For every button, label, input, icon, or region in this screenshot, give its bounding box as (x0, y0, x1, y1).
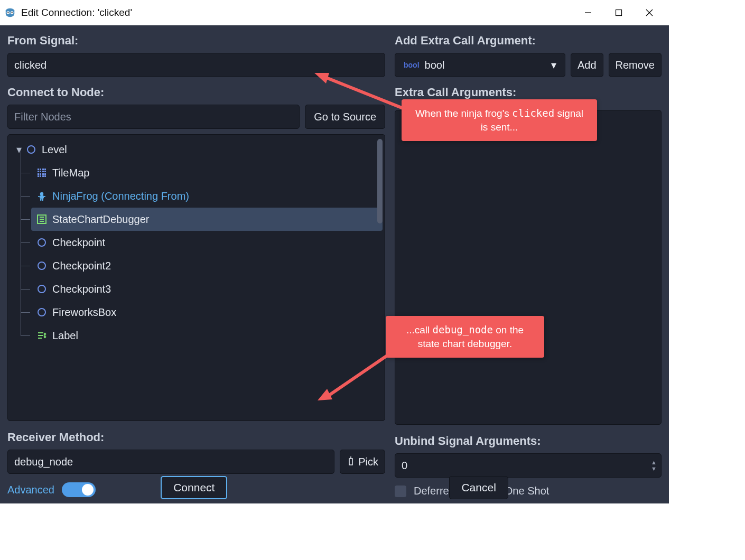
svg-rect-11 (44, 196, 45, 197)
tilemap-icon (35, 166, 48, 179)
tree-item-checkpoint3[interactable]: Checkpoint3 (10, 277, 383, 301)
scrollbar[interactable] (377, 139, 383, 223)
close-button[interactable] (634, 0, 665, 25)
from-signal-field[interactable]: clicked (7, 53, 385, 77)
tree-item-fireworksbox[interactable]: FireworksBox (10, 301, 383, 324)
maximize-button[interactable] (603, 0, 634, 25)
unbind-label: Unbind Signal Arguments: (395, 434, 662, 448)
svg-point-8 (40, 192, 43, 195)
receiver-method-label: Receiver Method: (7, 431, 385, 444)
chevron-down-icon[interactable]: ▾ (14, 143, 24, 156)
svg-rect-13 (42, 199, 44, 201)
tree-item-label: Checkpoint2 (52, 260, 111, 272)
node2d-icon (35, 259, 48, 272)
from-signal-label: From Signal: (7, 34, 385, 48)
tree-item-label: Label (52, 330, 78, 342)
tree-root-label: Level (42, 144, 67, 156)
svg-rect-12 (40, 199, 42, 201)
tree-item-label: StateChartDebugger (52, 213, 149, 226)
tree-item-checkpoint[interactable]: Checkpoint (10, 231, 383, 254)
tree-item-tilemap[interactable]: TileMap (10, 161, 383, 184)
godot-icon (4, 7, 16, 18)
add-extra-arg-label: Add Extra Call Argument: (395, 34, 662, 48)
arg-type-value: bool (425, 59, 445, 71)
tree-item-label: Checkpoint (52, 237, 105, 249)
statechart-icon (35, 213, 48, 226)
add-arg-button[interactable]: Add (571, 53, 603, 77)
node2d-icon (35, 283, 48, 295)
chevron-down-icon: ▾ (551, 59, 556, 71)
remove-arg-button[interactable]: Remove (609, 53, 662, 77)
tree-item-checkpoint2[interactable]: Checkpoint2 (10, 254, 383, 277)
pick-button[interactable]: Pick (340, 450, 385, 474)
node2d-icon (25, 143, 38, 156)
extra-args-label: Extra Call Arguments: (395, 86, 662, 99)
titlebar: Edit Connection: 'clicked' (0, 0, 669, 25)
window-title: Edit Connection: 'clicked' (21, 7, 132, 18)
svg-point-2 (7, 12, 8, 13)
node-tree[interactable]: ▾ Level TileMap (7, 134, 385, 421)
tree-item-label: FireworksBox (52, 306, 116, 319)
label-icon (35, 329, 48, 342)
tree-item-label: TileMap (52, 167, 89, 179)
connect-button[interactable]: Connect (161, 476, 227, 499)
eyedropper-icon (347, 455, 355, 469)
tree-item-label: NinjaFrog (Connecting From) (52, 190, 189, 202)
spinner-arrows-icon[interactable]: ▲▼ (651, 459, 657, 472)
tree-item-label-node[interactable]: Label (10, 324, 383, 347)
filter-placeholder-text: Filter Nodes (14, 111, 71, 123)
character-icon (35, 190, 48, 202)
filter-nodes-input[interactable]: Filter Nodes (7, 105, 300, 129)
extra-args-list[interactable] (395, 110, 662, 425)
goto-source-button[interactable]: Go to Source (305, 105, 385, 129)
node2d-icon (35, 306, 48, 319)
svg-rect-5 (616, 10, 622, 15)
tree-item-ninjafrog[interactable]: NinjaFrog (Connecting From) (10, 184, 383, 208)
connect-to-node-label: Connect to Node: (7, 86, 385, 99)
tree-root[interactable]: ▾ Level (10, 138, 383, 161)
tree-item-label: Checkpoint3 (52, 283, 111, 295)
cancel-button[interactable]: Cancel (449, 476, 508, 499)
arg-type-select[interactable]: bool bool ▾ (395, 53, 565, 77)
svg-point-3 (11, 12, 12, 13)
unbind-spinner[interactable]: 0 ▲▼ (395, 453, 662, 478)
pick-label: Pick (358, 456, 378, 468)
unbind-value: 0 (402, 460, 407, 472)
node2d-icon (35, 236, 48, 249)
svg-rect-10 (38, 196, 40, 197)
receiver-method-input[interactable]: debug_node (7, 450, 334, 474)
bool-type-icon: bool (404, 61, 420, 69)
tree-item-statechartdebugger[interactable]: StateChartDebugger (31, 208, 383, 231)
svg-rect-9 (40, 195, 44, 199)
minimize-button[interactable] (573, 0, 603, 25)
